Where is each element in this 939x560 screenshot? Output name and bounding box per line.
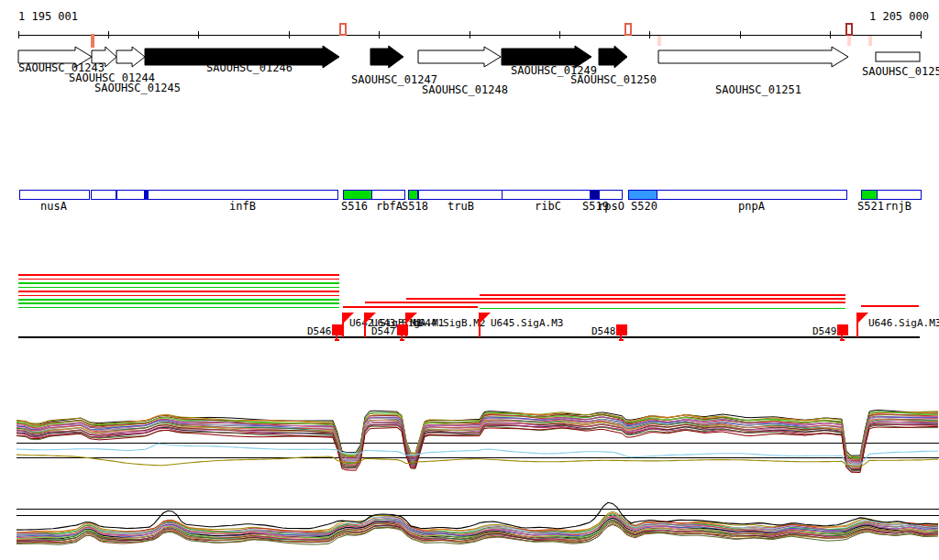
d-flag-box-icon[interactable]	[616, 324, 627, 335]
operon-box[interactable]	[657, 190, 846, 199]
operon-box[interactable]	[371, 190, 404, 199]
operon-box[interactable]	[877, 190, 921, 199]
gene-label: SAOUHSC_01248	[422, 83, 508, 96]
d-flag-box-icon[interactable]	[397, 324, 408, 335]
operon-box[interactable]	[861, 190, 877, 199]
operon-box[interactable]	[418, 190, 502, 199]
gene-arrow[interactable]	[599, 46, 627, 68]
operon-box[interactable]	[116, 190, 144, 199]
d-flag-box-icon[interactable]	[837, 324, 848, 335]
operon-label: nusA	[40, 200, 68, 213]
operon-label: ribC	[535, 200, 561, 213]
operon-box[interactable]	[599, 190, 622, 199]
u-flag-pennant-icon[interactable]	[857, 313, 868, 324]
position-label-end: 1 205 000	[869, 10, 929, 23]
operon-box[interactable]	[343, 190, 371, 199]
operon-box[interactable]	[628, 190, 657, 199]
genome-browser: 1 195 001 1 205 000 SAOUHSC_01243SAOUHSC…	[0, 0, 939, 560]
ruler-marker-filled	[91, 34, 94, 48]
gene-label: SAOUHSC_01250	[570, 73, 657, 86]
gene-label: SAOUHSC_01245	[94, 82, 181, 94]
operon-box[interactable]	[502, 190, 590, 199]
operon-label: rbfA	[376, 200, 403, 213]
operon-start-mark	[146, 190, 149, 199]
operon-box[interactable]	[91, 190, 116, 199]
genome-browser-canvas: SAOUHSC_01243SAOUHSC_01244SAOUHSC_01245S…	[0, 0, 939, 560]
gene-arrow[interactable]	[370, 46, 403, 68]
gene-label: SAOUHSC_01252	[862, 65, 939, 78]
u-flag-label: U646.SigA.M3	[868, 317, 939, 329]
ruler-marker-pale	[847, 36, 851, 46]
operon-label: truB	[447, 200, 474, 213]
operon-label: rnjB	[885, 200, 911, 213]
u-flag-label: U644.SigB.M2	[413, 317, 485, 329]
operon-box[interactable]	[408, 190, 417, 199]
ruler-marker-open	[340, 24, 346, 35]
gene-label: SAOUHSC_01251	[715, 83, 801, 96]
operon-label: pnpA	[738, 200, 766, 213]
operon-box[interactable]	[19, 190, 89, 199]
operon-label: infB	[229, 200, 256, 213]
gene-label: SAOUHSC_01246	[206, 61, 293, 74]
ruler-marker-pale	[657, 36, 661, 46]
ruler-marker-open	[625, 24, 631, 35]
gene-arrow[interactable]	[658, 47, 848, 67]
ruler-marker-open	[846, 24, 852, 35]
gene-arrow[interactable]	[876, 52, 920, 61]
operon-label: rpsO	[598, 200, 624, 213]
gene-arrow[interactable]	[116, 47, 145, 67]
operon-box[interactable]	[145, 190, 337, 199]
d-flag-label: D546	[307, 325, 332, 337]
d-flag-foot	[840, 339, 845, 341]
gene-arrow[interactable]	[418, 47, 501, 67]
d-flag-label: D549	[812, 325, 837, 337]
d-flag-label: D547	[371, 325, 396, 337]
ruler-marker-pale	[868, 36, 872, 46]
d-flag-foot	[400, 339, 404, 341]
operon-box[interactable]	[590, 190, 599, 199]
operon-label: S521	[857, 200, 884, 213]
d-flag-foot	[619, 339, 624, 341]
d-flag-label: D548	[591, 325, 616, 337]
d-flag-box-icon[interactable]	[332, 324, 343, 335]
operon-label: S518	[402, 200, 428, 213]
u-flag-label: U645.SigA.M3	[491, 317, 563, 329]
operon-label: S520	[631, 200, 657, 213]
position-label-start: 1 195 001	[18, 10, 78, 23]
olive-profile	[17, 455, 938, 467]
operon-label: S516	[341, 200, 368, 213]
d-flag-foot	[335, 339, 339, 341]
